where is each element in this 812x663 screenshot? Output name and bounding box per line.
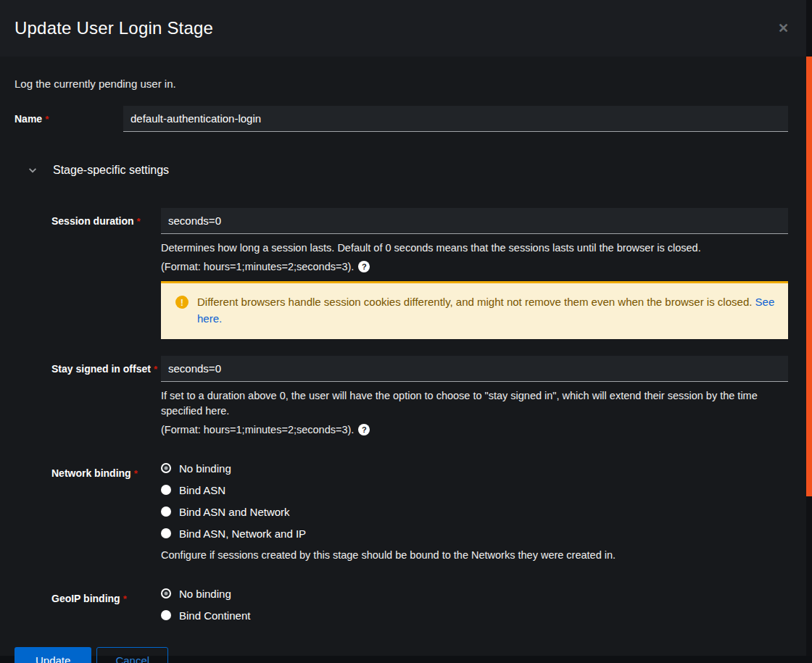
session-duration-label: Session duration* (51, 208, 161, 227)
scrollbar-thumb[interactable] (806, 57, 812, 496)
required-asterisk: * (137, 216, 141, 227)
section-title: Stage-specific settings (53, 164, 169, 177)
radio-option[interactable]: Bind ASN (161, 484, 788, 496)
radio-selected-icon[interactable] (161, 588, 171, 599)
modal-title: Update User Login Stage (14, 18, 213, 38)
stay-signed-in-label: Stay signed in offset* (51, 356, 161, 375)
stage-specific-settings-group: Session duration* Determines how long a … (51, 208, 788, 631)
radio-unselected-icon[interactable] (161, 506, 171, 517)
warning-alert: ! Different browsers handle session cook… (161, 281, 788, 339)
session-duration-help: Determines how long a session lasts. Def… (161, 241, 788, 256)
session-duration-input[interactable] (161, 208, 788, 234)
radio-option-label: Bind ASN, Network and IP (179, 528, 306, 540)
radio-option-label: No binding (179, 462, 231, 475)
geoip-binding-label: GeoIP binding* (51, 585, 161, 604)
radio-option[interactable]: No binding (161, 588, 788, 600)
radio-unselected-icon[interactable] (161, 610, 171, 620)
stay-signed-in-help: If set to a duration above 0, the user w… (161, 388, 788, 419)
radio-unselected-icon[interactable] (161, 485, 171, 495)
radio-option-label: Bind ASN and Network (179, 506, 290, 518)
radio-option[interactable]: Bind ASN, Network and IP (161, 528, 788, 540)
required-asterisk: * (123, 593, 127, 604)
radio-option[interactable]: Bind ASN and Network (161, 506, 788, 518)
scrollbar-track[interactable] (806, 0, 812, 656)
chevron-down-icon (28, 165, 38, 175)
stay-signed-in-row: Stay signed in offset* If set to a durat… (51, 356, 788, 435)
modal-header: Update User Login Stage ✕ (0, 0, 812, 57)
question-circle-icon[interactable]: ? (358, 424, 370, 435)
update-user-login-stage-modal: Update User Login Stage ✕ Log the curren… (0, 0, 812, 656)
session-duration-format: (Format: hours=1;minutes=2;seconds=3). ? (161, 261, 788, 272)
radio-selected-icon[interactable] (161, 463, 171, 473)
session-duration-row: Session duration* Determines how long a … (51, 208, 788, 339)
radio-option-label: Bind ASN (179, 484, 225, 496)
geoip-binding-row: GeoIP binding* No bindingBind Continent (51, 585, 788, 631)
radio-option-label: No binding (179, 588, 231, 600)
modal-body: Log the currently pending user in. Name*… (0, 78, 812, 631)
stay-signed-in-input[interactable] (161, 356, 788, 382)
update-button[interactable]: Update (14, 647, 91, 663)
required-asterisk: * (154, 364, 157, 375)
stage-specific-settings-toggle[interactable]: Stage-specific settings (14, 164, 169, 177)
cancel-button[interactable]: Cancel (96, 647, 168, 663)
radio-option-label: Bind Continent (179, 609, 250, 622)
radio-unselected-icon[interactable] (161, 528, 171, 538)
geoip-binding-options: No bindingBind Continent (161, 585, 788, 622)
name-form-row: Name* (14, 106, 788, 132)
required-asterisk: * (134, 468, 138, 479)
network-binding-help: Configure if sessions created by this st… (161, 549, 788, 561)
radio-option[interactable]: No binding (161, 462, 788, 475)
modal-description: Log the currently pending user in. (14, 78, 788, 90)
modal-footer: Update Cancel (0, 631, 812, 663)
question-circle-icon[interactable]: ? (358, 261, 370, 272)
network-binding-options: No bindingBind ASNBind ASN and NetworkBi… (161, 460, 788, 540)
warning-alert-text: Different browsers handle session cookie… (197, 293, 775, 328)
warning-icon: ! (175, 296, 188, 309)
network-binding-row: Network binding* No bindingBind ASNBind … (51, 460, 788, 561)
stay-signed-in-format: (Format: hours=1;minutes=2;seconds=3). ? (161, 424, 788, 435)
radio-option[interactable]: Bind Continent (161, 609, 788, 622)
name-input[interactable] (123, 106, 788, 132)
network-binding-label: Network binding* (51, 460, 161, 479)
required-asterisk: * (45, 114, 49, 125)
name-label: Name* (14, 106, 123, 125)
close-icon[interactable]: ✕ (778, 22, 789, 35)
